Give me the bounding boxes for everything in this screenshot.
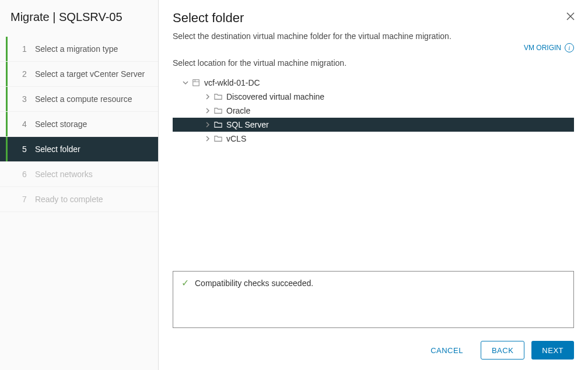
wizard-steps: 1 Select a migration type 2 Select a tar… — [0, 37, 158, 212]
step-label: Select folder — [35, 145, 80, 154]
step-6-networks: 6 Select networks — [0, 162, 158, 187]
wizard-sidebar: Migrate | SQLSRV-05 1 Select a migration… — [0, 0, 159, 370]
location-instruction: Select location for the virtual machine … — [173, 58, 574, 68]
footer-buttons: CANCEL BACK NEXT — [173, 328, 574, 360]
chevron-down-icon[interactable] — [181, 80, 190, 86]
vm-origin-label: VM ORIGIN — [524, 44, 561, 52]
step-number: 1 — [22, 44, 33, 54]
step-label: Select a migration type — [35, 44, 118, 54]
folder-icon — [212, 93, 224, 101]
page-subtitle: Select the destination virtual machine f… — [173, 31, 574, 41]
dialog-title: Migrate | SQLSRV-05 — [0, 0, 158, 37]
info-icon: i — [565, 43, 574, 52]
cancel-button[interactable]: CANCEL — [420, 341, 474, 360]
folder-icon — [212, 121, 224, 129]
step-label: Select a compute resource — [35, 94, 132, 104]
folder-icon — [212, 107, 224, 115]
step-label: Select storage — [35, 119, 88, 129]
step-number: 4 — [22, 119, 33, 129]
check-icon: ✓ — [181, 277, 189, 288]
datacenter-icon — [190, 79, 202, 87]
step-5-folder[interactable]: 5 Select folder — [0, 137, 158, 162]
step-label: Select networks — [35, 170, 93, 179]
step-number: 7 — [22, 195, 33, 204]
chevron-right-icon[interactable] — [203, 122, 212, 128]
next-button[interactable]: NEXT — [531, 341, 574, 360]
tree-label: vcf-wkld-01-DC — [204, 78, 260, 87]
close-icon[interactable] — [566, 12, 575, 24]
page-title: Select folder — [173, 10, 574, 26]
folder-tree: vcf-wkld-01-DC Discovered virtual machin… — [173, 76, 574, 146]
step-label: Select a target vCenter Server — [35, 69, 145, 79]
tree-node-datacenter[interactable]: vcf-wkld-01-DC — [173, 76, 574, 90]
vm-origin-link[interactable]: VM ORIGIN i — [524, 43, 574, 52]
tree-node-sql-server[interactable]: SQL Server — [173, 118, 574, 132]
compatibility-box: ✓ Compatibility checks succeeded. — [173, 271, 574, 328]
compatibility-message: Compatibility checks succeeded. — [195, 279, 313, 288]
chevron-right-icon[interactable] — [203, 94, 212, 100]
svg-rect-2 — [193, 80, 200, 86]
tree-node-oracle[interactable]: Oracle — [173, 104, 574, 118]
step-number: 5 — [22, 145, 33, 154]
main-panel: Select folder Select the destination vir… — [159, 0, 588, 370]
tree-label: SQL Server — [226, 120, 269, 129]
step-number: 6 — [22, 170, 33, 179]
step-number: 2 — [22, 69, 33, 79]
chevron-right-icon[interactable] — [203, 108, 212, 114]
folder-icon — [212, 135, 224, 143]
tree-node-discovered-vm[interactable]: Discovered virtual machine — [173, 90, 574, 104]
step-label: Ready to complete — [35, 195, 103, 204]
back-button[interactable]: BACK — [481, 341, 524, 360]
step-4-storage[interactable]: 4 Select storage — [0, 112, 158, 137]
step-number: 3 — [22, 94, 33, 104]
step-1-migration-type[interactable]: 1 Select a migration type — [0, 37, 158, 62]
tree-label: Oracle — [226, 106, 250, 115]
step-7-ready: 7 Ready to complete — [0, 187, 158, 212]
step-2-target-vcenter[interactable]: 2 Select a target vCenter Server — [0, 62, 158, 87]
chevron-right-icon[interactable] — [203, 136, 212, 142]
step-3-compute-resource[interactable]: 3 Select a compute resource — [0, 87, 158, 112]
tree-label: vCLS — [226, 134, 246, 143]
tree-node-vcls[interactable]: vCLS — [173, 132, 574, 146]
tree-label: Discovered virtual machine — [226, 92, 324, 101]
